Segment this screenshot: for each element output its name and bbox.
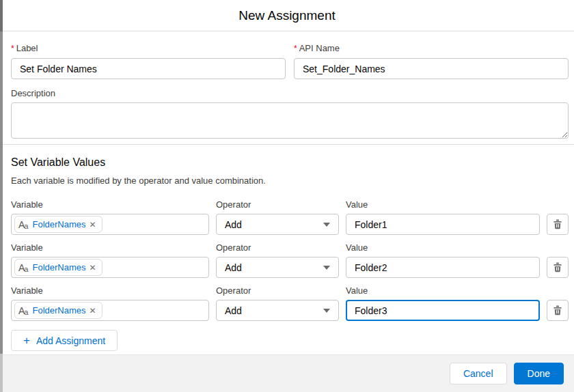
assignment-row: Variable Aa FolderNames ✕ Operator Add V… — [11, 285, 569, 321]
description-textarea[interactable] — [11, 102, 569, 139]
trash-icon — [553, 219, 562, 229]
section-heading: Set Variable Values — [11, 156, 569, 169]
value-input[interactable] — [346, 214, 540, 235]
variable-column: Variable Aa FolderNames ✕ — [11, 242, 209, 278]
variable-pill[interactable]: Aa FolderNames ✕ — [14, 216, 102, 233]
api-name-input[interactable] — [294, 58, 569, 79]
variable-combobox[interactable]: Aa FolderNames ✕ — [11, 257, 209, 278]
done-button[interactable]: Done — [514, 363, 564, 384]
label-field-label: *Label — [11, 42, 286, 55]
page-title: New Assignment — [238, 8, 336, 23]
trash-column — [547, 214, 569, 235]
remove-pill-icon[interactable]: ✕ — [90, 221, 96, 229]
required-asterisk: * — [294, 44, 297, 53]
operator-label: Operator — [216, 242, 339, 253]
value-column: Value — [346, 199, 540, 235]
trash-column — [547, 257, 569, 278]
description-field-label: Description — [11, 87, 569, 99]
value-input[interactable] — [346, 257, 540, 278]
variable-label: Variable — [11, 242, 209, 253]
operator-column: Operator Add — [216, 199, 339, 235]
value-label: Value — [346, 199, 540, 210]
remove-pill-icon[interactable]: ✕ — [90, 264, 96, 272]
label-field-group: *Label — [11, 42, 286, 79]
trash-icon — [553, 305, 562, 316]
delete-assignment-button[interactable] — [547, 214, 569, 235]
dropdown-arrow-icon — [323, 266, 330, 270]
operator-label: Operator — [216, 199, 339, 210]
value-label: Value — [346, 285, 540, 296]
section-subtext: Each variable is modified by the operato… — [11, 175, 569, 186]
api-name-field-label: *API Name — [294, 42, 569, 55]
dropdown-arrow-icon — [323, 309, 330, 313]
operator-dropdown[interactable]: Add — [216, 300, 339, 321]
modal-footer: Cancel Done — [0, 354, 574, 392]
operator-dropdown[interactable]: Add — [216, 257, 339, 278]
assignment-row: Variable Aa FolderNames ✕ Operator Add V… — [11, 199, 569, 235]
operator-dropdown[interactable]: Add — [216, 214, 339, 235]
trash-icon — [553, 262, 562, 272]
delete-assignment-button[interactable] — [547, 257, 569, 278]
modal-header: New Assignment — [0, 0, 574, 31]
required-asterisk: * — [11, 44, 14, 53]
value-column: Value — [346, 285, 540, 321]
cancel-button[interactable]: Cancel — [450, 363, 507, 384]
window-edge-strip — [0, 0, 3, 392]
delete-assignment-button[interactable] — [547, 300, 569, 321]
add-assignment-button[interactable]: + Add Assignment — [11, 330, 118, 351]
value-input-focused[interactable] — [346, 300, 540, 321]
operator-column: Operator Add — [216, 242, 339, 278]
remove-pill-icon[interactable]: ✕ — [90, 307, 96, 315]
value-column: Value — [346, 242, 540, 278]
plus-icon: + — [23, 335, 30, 346]
text-type-icon: Aa — [18, 306, 29, 316]
variable-combobox[interactable]: Aa FolderNames ✕ — [11, 214, 209, 235]
variable-column: Variable Aa FolderNames ✕ — [11, 199, 209, 235]
operator-column: Operator Add — [216, 285, 339, 321]
text-type-icon: Aa — [18, 263, 29, 272]
value-label: Value — [346, 242, 540, 253]
operator-label: Operator — [216, 285, 339, 296]
text-type-icon: Aa — [18, 220, 29, 229]
variable-column: Variable Aa FolderNames ✕ — [11, 285, 209, 321]
description-field-group: Description — [11, 87, 569, 139]
api-name-field-group: *API Name — [294, 42, 569, 79]
dropdown-arrow-icon — [323, 223, 330, 227]
label-input[interactable] — [11, 58, 286, 79]
variable-combobox[interactable]: Aa FolderNames ✕ — [11, 300, 209, 321]
assignment-row: Variable Aa FolderNames ✕ Operator Add V… — [11, 242, 569, 278]
variable-label: Variable — [11, 199, 209, 210]
set-variable-values-section: Set Variable Values Each variable is mod… — [0, 145, 574, 351]
variable-pill[interactable]: Aa FolderNames ✕ — [14, 302, 102, 319]
variable-pill[interactable]: Aa FolderNames ✕ — [14, 259, 102, 276]
trash-column — [547, 300, 569, 321]
variable-label: Variable — [11, 285, 209, 296]
form-top-section: *Label *API Name Description — [0, 31, 574, 144]
